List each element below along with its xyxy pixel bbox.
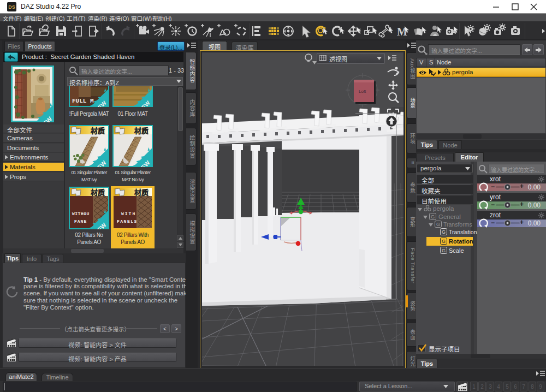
svg-text:WITHOU: WITHOU: [72, 211, 90, 216]
svg-text:G: G: [442, 229, 446, 235]
svg-text:Loft: Loft: [359, 89, 366, 94]
svg-text:材质: 材质: [91, 127, 105, 135]
svg-text:材质: 材质: [134, 188, 149, 197]
svg-text:G: G: [431, 214, 435, 219]
svg-text:PANELS: PANELS: [117, 219, 138, 224]
svg-text:G: G: [442, 248, 446, 253]
svg-text:WITH: WITH: [121, 211, 136, 216]
svg-text:PANE: PANE: [74, 219, 87, 224]
svg-text:G: G: [442, 239, 446, 244]
svg-text:G: G: [436, 222, 440, 227]
svg-text:材质: 材质: [91, 188, 105, 197]
svg-text:FULL M: FULL M: [72, 98, 94, 104]
svg-text:材质: 材质: [134, 127, 149, 135]
